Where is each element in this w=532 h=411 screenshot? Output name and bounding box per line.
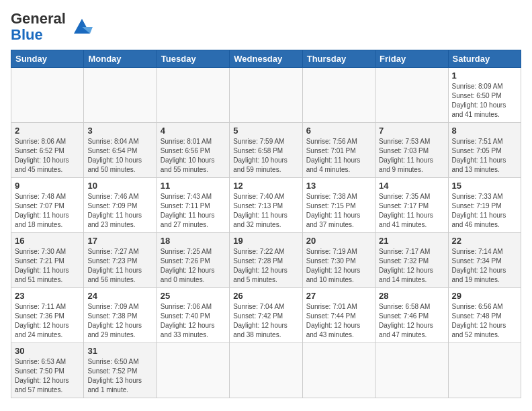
- day-number: 18: [161, 236, 226, 246]
- calendar-cell: 1Sunrise: 8:09 AM Sunset: 6:50 PM Daylig…: [448, 68, 521, 123]
- calendar-cell: 24Sunrise: 7:09 AM Sunset: 7:38 PM Dayli…: [84, 288, 157, 343]
- logo-text: General Blue: [11, 11, 66, 43]
- calendar-cell: [84, 68, 157, 123]
- day-info: Sunrise: 7:56 AM Sunset: 7:01 PM Dayligh…: [306, 137, 371, 175]
- day-number: 30: [15, 346, 80, 356]
- calendar-cell: [230, 68, 302, 123]
- calendar-table: SundayMondayTuesdayWednesdayThursdayFrid…: [11, 50, 521, 398]
- day-number: 29: [452, 291, 517, 301]
- day-number: 16: [15, 236, 80, 246]
- calendar-cell: 18Sunrise: 7:25 AM Sunset: 7:26 PM Dayli…: [157, 233, 229, 288]
- calendar-week-3: 16Sunrise: 7:30 AM Sunset: 7:21 PM Dayli…: [11, 233, 521, 288]
- weekday-header-friday: Friday: [375, 50, 448, 68]
- calendar-cell: [230, 343, 302, 398]
- day-number: 28: [379, 291, 444, 301]
- calendar-cell: 25Sunrise: 7:06 AM Sunset: 7:40 PM Dayli…: [157, 288, 229, 343]
- day-number: 3: [87, 126, 152, 136]
- calendar-cell: 19Sunrise: 7:22 AM Sunset: 7:28 PM Dayli…: [230, 233, 302, 288]
- calendar-week-0: 1Sunrise: 8:09 AM Sunset: 6:50 PM Daylig…: [11, 68, 521, 123]
- day-number: 9: [15, 181, 80, 191]
- calendar-cell: 28Sunrise: 6:58 AM Sunset: 7:46 PM Dayli…: [375, 288, 448, 343]
- day-number: 6: [306, 126, 371, 136]
- calendar-cell: 9Sunrise: 7:48 AM Sunset: 7:07 PM Daylig…: [11, 178, 84, 233]
- calendar-week-1: 2Sunrise: 8:06 AM Sunset: 6:52 PM Daylig…: [11, 123, 521, 178]
- calendar-cell: 11Sunrise: 7:43 AM Sunset: 7:11 PM Dayli…: [157, 178, 229, 233]
- day-info: Sunrise: 7:48 AM Sunset: 7:07 PM Dayligh…: [15, 192, 80, 230]
- day-number: 25: [161, 291, 226, 301]
- day-info: Sunrise: 7:40 AM Sunset: 7:13 PM Dayligh…: [233, 192, 298, 230]
- calendar-cell: [11, 68, 84, 123]
- calendar-cell: [157, 343, 229, 398]
- day-info: Sunrise: 6:56 AM Sunset: 7:48 PM Dayligh…: [452, 302, 517, 340]
- day-number: 10: [87, 181, 152, 191]
- day-info: Sunrise: 7:59 AM Sunset: 6:58 PM Dayligh…: [233, 137, 298, 175]
- page-header: General Blue: [11, 11, 521, 43]
- day-number: 17: [87, 236, 152, 246]
- calendar-cell: 2Sunrise: 8:06 AM Sunset: 6:52 PM Daylig…: [11, 123, 84, 178]
- calendar-cell: 12Sunrise: 7:40 AM Sunset: 7:13 PM Dayli…: [230, 178, 302, 233]
- calendar-cell: 17Sunrise: 7:27 AM Sunset: 7:23 PM Dayli…: [84, 233, 157, 288]
- calendar-cell: 16Sunrise: 7:30 AM Sunset: 7:21 PM Dayli…: [11, 233, 84, 288]
- day-info: Sunrise: 7:43 AM Sunset: 7:11 PM Dayligh…: [161, 192, 226, 230]
- calendar-cell: 4Sunrise: 8:01 AM Sunset: 6:56 PM Daylig…: [157, 123, 229, 178]
- day-info: Sunrise: 7:38 AM Sunset: 7:15 PM Dayligh…: [306, 192, 371, 230]
- calendar-cell: 27Sunrise: 7:01 AM Sunset: 7:44 PM Dayli…: [302, 288, 375, 343]
- weekday-header-wednesday: Wednesday: [230, 50, 302, 68]
- day-number: 24: [87, 291, 152, 301]
- day-number: 5: [233, 126, 298, 136]
- day-number: 12: [233, 181, 298, 191]
- calendar-cell: 6Sunrise: 7:56 AM Sunset: 7:01 PM Daylig…: [302, 123, 375, 178]
- calendar-cell: 8Sunrise: 7:51 AM Sunset: 7:05 PM Daylig…: [448, 123, 521, 178]
- calendar-cell: 5Sunrise: 7:59 AM Sunset: 6:58 PM Daylig…: [230, 123, 302, 178]
- day-info: Sunrise: 7:35 AM Sunset: 7:17 PM Dayligh…: [379, 192, 444, 230]
- day-number: 23: [15, 291, 80, 301]
- day-number: 7: [379, 126, 444, 136]
- day-info: Sunrise: 7:53 AM Sunset: 7:03 PM Dayligh…: [379, 137, 444, 175]
- day-number: 15: [452, 181, 517, 191]
- calendar-cell: [375, 343, 448, 398]
- calendar-cell: 31Sunrise: 6:50 AM Sunset: 7:52 PM Dayli…: [84, 343, 157, 398]
- day-info: Sunrise: 7:06 AM Sunset: 7:40 PM Dayligh…: [161, 302, 226, 340]
- day-info: Sunrise: 8:09 AM Sunset: 6:50 PM Dayligh…: [452, 82, 517, 120]
- calendar-cell: 22Sunrise: 7:14 AM Sunset: 7:34 PM Dayli…: [448, 233, 521, 288]
- day-number: 19: [233, 236, 298, 246]
- day-info: Sunrise: 7:33 AM Sunset: 7:19 PM Dayligh…: [452, 192, 517, 230]
- day-info: Sunrise: 7:19 AM Sunset: 7:30 PM Dayligh…: [306, 247, 371, 285]
- calendar-cell: 10Sunrise: 7:46 AM Sunset: 7:09 PM Dayli…: [84, 178, 157, 233]
- day-number: 22: [452, 236, 517, 246]
- calendar-cell: 21Sunrise: 7:17 AM Sunset: 7:32 PM Dayli…: [375, 233, 448, 288]
- day-info: Sunrise: 7:09 AM Sunset: 7:38 PM Dayligh…: [87, 302, 152, 340]
- calendar-cell: [157, 68, 229, 123]
- calendar-cell: 26Sunrise: 7:04 AM Sunset: 7:42 PM Dayli…: [230, 288, 302, 343]
- day-info: Sunrise: 6:53 AM Sunset: 7:50 PM Dayligh…: [15, 357, 80, 395]
- day-info: Sunrise: 7:11 AM Sunset: 7:36 PM Dayligh…: [15, 302, 80, 340]
- day-info: Sunrise: 8:04 AM Sunset: 6:54 PM Dayligh…: [87, 137, 152, 175]
- logo: General Blue: [11, 11, 95, 43]
- day-info: Sunrise: 6:58 AM Sunset: 7:46 PM Dayligh…: [379, 302, 444, 340]
- calendar-cell: [302, 68, 375, 123]
- day-number: 20: [306, 236, 371, 246]
- calendar-cell: 20Sunrise: 7:19 AM Sunset: 7:30 PM Dayli…: [302, 233, 375, 288]
- day-number: 27: [306, 291, 371, 301]
- calendar-cell: 7Sunrise: 7:53 AM Sunset: 7:03 PM Daylig…: [375, 123, 448, 178]
- weekday-header-tuesday: Tuesday: [157, 50, 229, 68]
- day-info: Sunrise: 7:27 AM Sunset: 7:23 PM Dayligh…: [87, 247, 152, 285]
- day-info: Sunrise: 7:25 AM Sunset: 7:26 PM Dayligh…: [161, 247, 226, 285]
- day-number: 1: [452, 71, 517, 81]
- day-info: Sunrise: 7:17 AM Sunset: 7:32 PM Dayligh…: [379, 247, 444, 285]
- weekday-header-monday: Monday: [84, 50, 157, 68]
- day-number: 11: [161, 181, 226, 191]
- day-info: Sunrise: 8:06 AM Sunset: 6:52 PM Dayligh…: [15, 137, 80, 175]
- calendar-cell: 3Sunrise: 8:04 AM Sunset: 6:54 PM Daylig…: [84, 123, 157, 178]
- day-info: Sunrise: 7:46 AM Sunset: 7:09 PM Dayligh…: [87, 192, 152, 230]
- logo-icon: [69, 13, 95, 40]
- day-info: Sunrise: 7:14 AM Sunset: 7:34 PM Dayligh…: [452, 247, 517, 285]
- calendar-cell: [375, 68, 448, 123]
- day-number: 26: [233, 291, 298, 301]
- day-info: Sunrise: 7:22 AM Sunset: 7:28 PM Dayligh…: [233, 247, 298, 285]
- calendar-week-2: 9Sunrise: 7:48 AM Sunset: 7:07 PM Daylig…: [11, 178, 521, 233]
- calendar-cell: 23Sunrise: 7:11 AM Sunset: 7:36 PM Dayli…: [11, 288, 84, 343]
- weekday-header-sunday: Sunday: [11, 50, 84, 68]
- day-number: 14: [379, 181, 444, 191]
- calendar-cell: 14Sunrise: 7:35 AM Sunset: 7:17 PM Dayli…: [375, 178, 448, 233]
